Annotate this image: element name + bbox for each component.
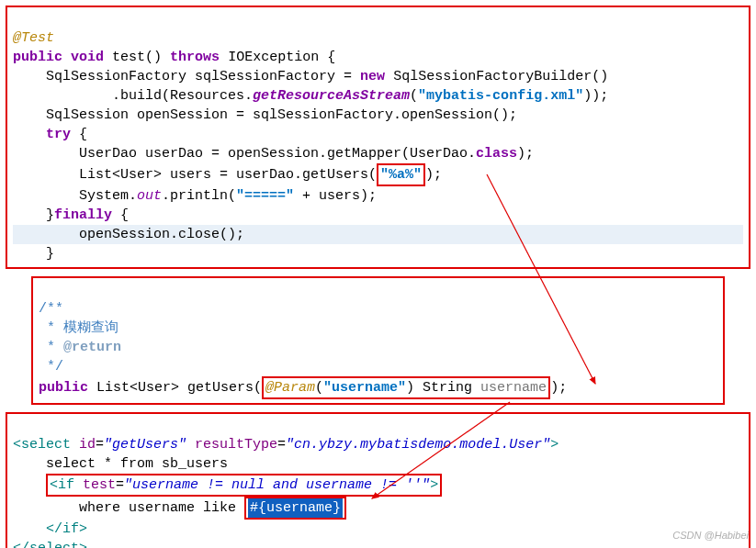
- static-method: getResourceAsStream: [253, 88, 410, 104]
- open-session: SqlSession openSession = sqlSessionFacto…: [46, 107, 517, 123]
- code-block-xml-mapper: <select id="getUsers" resultType="cn.ybz…: [6, 412, 750, 548]
- sep-string: "=====": [236, 188, 294, 204]
- if-close: </if>: [46, 521, 87, 537]
- kw-public: public: [13, 50, 62, 65]
- brace-close2: }: [46, 246, 54, 262]
- brace-close: }: [46, 207, 54, 223]
- val-rt: "cn.ybzy.mybatisdemo.model.User": [286, 437, 550, 453]
- val-id: "getUsers": [104, 437, 186, 453]
- ctor: SqlSessionFactoryBuilder(): [393, 69, 608, 84]
- jdoc-cn: 模糊查询: [63, 320, 118, 336]
- method-name: test(): [112, 50, 162, 65]
- highlight-param-box: @Param("username") String username: [262, 376, 550, 399]
- brace2: {: [112, 207, 129, 223]
- highlight-placeholder-box: #{username}: [244, 497, 346, 520]
- annotation-test: @Test: [13, 30, 54, 46]
- close2: );: [517, 146, 534, 162]
- kw-public2: public: [39, 380, 88, 396]
- out-field: out: [137, 188, 162, 204]
- close3: );: [425, 167, 442, 183]
- jdoc-star2: *: [39, 340, 63, 355]
- param-type: ) String: [406, 380, 480, 396]
- paren2: (: [315, 380, 323, 396]
- param-var: username: [480, 380, 547, 396]
- val-test: "username != null and username != ''": [124, 477, 430, 493]
- attr-test: test: [74, 477, 116, 493]
- param-annotation: @Param: [265, 380, 315, 396]
- close: ));: [583, 88, 608, 104]
- concat: + users);: [294, 188, 377, 204]
- if-open: <if: [50, 477, 74, 493]
- println: .println(: [162, 188, 236, 204]
- kw-finally: finally: [54, 207, 112, 223]
- select-close: </select>: [13, 541, 87, 548]
- eq1: =: [96, 437, 104, 453]
- eq3: =: [116, 477, 124, 493]
- kw-new: new: [360, 69, 385, 84]
- placeholder-sel: #{username}: [248, 498, 343, 518]
- close4: );: [550, 380, 567, 396]
- ret-type: List<User> getUsers(: [88, 380, 262, 396]
- get-users-call: List<User> users = userDao.getUsers(: [79, 167, 377, 183]
- kw-void: void: [71, 50, 104, 65]
- code-block-interface-method: /** * 模糊查询 * @return */ public List<User…: [31, 276, 725, 405]
- attr-rt: resultType: [186, 437, 277, 453]
- code-block-test-method: @Test public void test() throws IOExcept…: [6, 6, 750, 269]
- close-session: openSession.close();: [79, 227, 244, 242]
- jdoc-open: /**: [39, 301, 63, 317]
- select-open: <select: [13, 437, 71, 453]
- watermark: CSDN @Habibei: [672, 529, 749, 542]
- get-mapper: UserDao userDao = openSession.getMapper(…: [79, 146, 476, 162]
- config-string: "mybatis-config.xml": [418, 88, 583, 104]
- brace: {: [71, 127, 87, 142]
- kw-class: class: [476, 146, 517, 162]
- decl-factory: SqlSessionFactory sqlSessionFactory =: [46, 69, 352, 84]
- sql-where: where username like: [79, 500, 244, 516]
- attr-id: id: [71, 437, 96, 453]
- kw-throws: throws: [170, 50, 220, 65]
- highlight-if-box: <if test="username != null and username …: [46, 474, 442, 497]
- eq2: =: [277, 437, 286, 453]
- jdoc-star: *: [39, 320, 63, 336]
- highlight-arg-box: "%a%": [377, 163, 425, 186]
- param-name-string: "username": [323, 380, 406, 396]
- kw-try: try: [46, 127, 71, 142]
- if-open-close: >: [430, 477, 438, 493]
- sql-select: select * from sb_users: [46, 456, 228, 472]
- highlighted-line: openSession.close();: [13, 225, 743, 244]
- exception: IOException {: [228, 50, 335, 65]
- sysout-a: System.: [79, 188, 137, 204]
- paren: (: [410, 88, 418, 104]
- build-call-a: .build(Resources.: [112, 88, 253, 104]
- arg-string: "%a%": [380, 167, 422, 183]
- jdoc-return: @return: [63, 340, 121, 355]
- select-open-close: >: [550, 437, 559, 453]
- jdoc-close: */: [39, 359, 63, 375]
